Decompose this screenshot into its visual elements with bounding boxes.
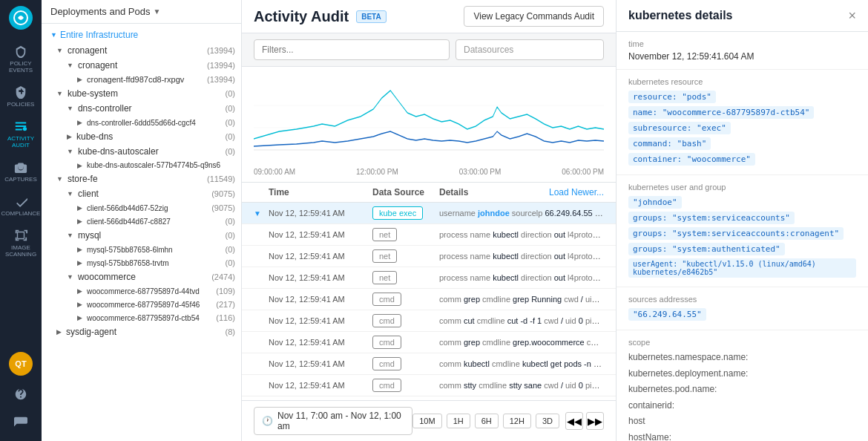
time-prev-btn[interactable]: ◀◀ <box>565 412 583 430</box>
tree-item-woo-pod-2[interactable]: ▶ woocommerce-687795897d-45f46 (217) <box>42 298 241 311</box>
row-details: comm stty cmdline stty sane cwd / uid 0 … <box>439 381 604 390</box>
tree-item-count: (11549) <box>207 174 235 183</box>
tree-item-woo-pod-1[interactable]: ▶ woocommerce-687795897d-44tvd (109) <box>42 284 241 298</box>
row-details: process name kubectl direction out l4pro… <box>439 252 604 261</box>
sidebar-item-captures[interactable]: CAPTURES <box>0 154 42 189</box>
sidebar-label-policy-events: POLICYEVENTS <box>9 60 33 74</box>
detail-label-user-group: kubernetes user and group <box>628 183 856 192</box>
table-row[interactable]: ▼ Nov 12, 12:59:41 AM kube exec username… <box>242 203 616 224</box>
row-details: process name kubectl direction out l4pro… <box>439 230 604 239</box>
tree-item-count: (0) <box>226 104 235 113</box>
sidebar-item-chat[interactable] <box>9 410 33 435</box>
tree-item-count: (0) <box>226 258 235 267</box>
chevron-right-icon: ▶ <box>77 162 82 169</box>
time-btn-3d[interactable]: 3D <box>536 414 559 428</box>
sidebar-label-compliance: COMPLIANCE <box>1 210 41 217</box>
table-row[interactable]: Nov 12, 12:59:41 AM cmd comm kubectl cmd… <box>242 353 616 375</box>
tree-item-woocommerce[interactable]: ▼ woocommerce (2474) <box>42 270 241 284</box>
legacy-commands-btn[interactable]: View Legacy Commands Audit <box>464 6 604 27</box>
time-range[interactable]: 🕐 Nov 11, 7:00 am - Nov 12, 1:00 am <box>254 407 412 435</box>
tree-item-cronagent[interactable]: ▼ cronagent (13994) <box>42 43 241 58</box>
time-btn-6h[interactable]: 6H <box>475 414 499 428</box>
sidebar-item-activity-audit[interactable]: ACTIVITYAUDIT <box>0 114 42 154</box>
tree-item-woo-pod-3[interactable]: ▶ woocommerce-687795897d-ctb54 (116) <box>42 311 241 324</box>
source-badge-cmd: cmd <box>372 357 401 370</box>
detail-tags-user-group: "johndoe" groups: "system:serviceaccount… <box>628 195 856 279</box>
tree-item-kube-dns[interactable]: ▶ kube-dns (0) <box>42 129 241 144</box>
table-row[interactable]: Nov 12, 12:59:41 AM cmd comm cut cmdline… <box>242 310 616 332</box>
row-time: Nov 12, 12:59:41 AM <box>269 273 372 282</box>
tree-item-dns-controller[interactable]: ▼ dns-controller (0) <box>42 101 241 116</box>
tree-item-cronagent-child[interactable]: ▼ cronagent (13994) <box>42 58 241 73</box>
deployments-dropdown[interactable]: Deployments and Pods ▼ <box>50 6 160 17</box>
row-source: net <box>372 249 439 263</box>
th-details: Details <box>439 187 549 197</box>
table-row[interactable]: Nov 12, 12:59:41 AM net process name kub… <box>242 267 616 289</box>
activity-chart <box>254 76 604 157</box>
tree-item-count: (9075) <box>211 203 235 212</box>
row-time: Nov 12, 12:59:41 AM <box>269 209 372 218</box>
filters-bar: Datasources <box>242 33 616 67</box>
tree-item-mysql-pod-2[interactable]: ▶ mysql-575bb87658-trvtm (0) <box>42 256 241 270</box>
close-btn[interactable]: × <box>848 9 856 22</box>
table-header: Time Data Source Details Load Newer... <box>242 183 616 203</box>
tree-item-dns-controller-pod[interactable]: ▶ dns-controller-6ddd55d66d-cgcf4 (0) <box>42 116 241 129</box>
table-row[interactable]: Nov 12, 12:59:41 AM cmd comm grep cmdlin… <box>242 332 616 353</box>
tree-item-client-pod-2[interactable]: ▶ client-566db44d67-c8827 (0) <box>42 215 241 228</box>
source-badge-cmd: cmd <box>372 336 401 349</box>
tree-item-kube-dns-autoscaler[interactable]: ▼ kube-dns-autoscaler (0) <box>42 144 241 159</box>
tree-item-mysql-pod-1[interactable]: ▶ mysql-575bb87658-6lmhn (0) <box>42 243 241 256</box>
tree-item-kube-system[interactable]: ▼ kube-system (0) <box>42 86 241 101</box>
beta-badge: BETA <box>356 10 386 23</box>
tree-item-client-pod-1[interactable]: ▶ client-566db44d67-52zig (9075) <box>42 201 241 215</box>
sidebar-item-policies[interactable]: POLICIES <box>0 79 42 114</box>
time-btn-1h[interactable]: 1H <box>447 414 470 428</box>
scope-hostname: hostName: <box>628 430 856 441</box>
chevron-down-icon: ▼ <box>56 175 63 183</box>
time-btn-12h[interactable]: 12H <box>503 414 531 428</box>
page-title-area: Activity Audit BETA <box>254 8 387 25</box>
detail-section-time: time November 12, 12:59:41.604 AM <box>617 32 868 70</box>
chevron-down-icon: ▼ <box>67 190 73 197</box>
datasources-select[interactable]: Datasources <box>456 39 604 60</box>
tree-item-label: kube-system <box>68 88 223 99</box>
tree-item-label: dns-controller <box>78 103 223 114</box>
detail-scope-values: kubernetes.namespace.name: kubernetes.de… <box>628 350 856 441</box>
table-row[interactable]: Nov 12, 12:59:41 AM net process name kub… <box>242 246 616 267</box>
filter-input[interactable] <box>254 39 450 60</box>
detail-section-sources: sources addresses "66.249.64.55" <box>617 287 868 330</box>
table-row[interactable]: Nov 12, 12:59:41 AM net process name kub… <box>242 224 616 246</box>
tree-body: ▼ Entire Infrastructure ▼ cronagent (139… <box>42 24 241 441</box>
tree-item-label: cronagent <box>68 45 204 56</box>
sidebar-item-qt[interactable]: QT <box>9 352 33 376</box>
time-btn-10m[interactable]: 10M <box>412 414 441 428</box>
tree-item-sysdig-agent[interactable]: ▶ sysdig-agent (8) <box>42 324 241 339</box>
tree-item-count: (217) <box>216 300 235 309</box>
tree-item-count: (0) <box>226 245 235 254</box>
details-body: time November 12, 12:59:41.604 AM kubern… <box>617 32 868 441</box>
tree-item-mysql[interactable]: ▼ mysql (0) <box>42 228 241 243</box>
useragent-tag: userAgent: "kubectl/v1.15.0 (linux/amd64… <box>628 258 856 278</box>
details-title: kubernetes details <box>628 9 733 22</box>
chevron-right-icon: ▶ <box>77 76 82 83</box>
tree-item-kube-dns-autoscaler-pod[interactable]: ▶ kube-dns-autoscaler-577b4774b5-q9ns6 <box>42 159 241 172</box>
sidebar-item-compliance[interactable]: COMPLIANCE <box>0 189 42 223</box>
time-bar: 🕐 Nov 11, 7:00 am - Nov 12, 1:00 am 10M … <box>242 400 616 441</box>
sidebar-item-policy-events[interactable]: POLICYEVENTS <box>0 39 42 79</box>
chevron-down-icon: ▼ <box>67 148 73 155</box>
sidebar-item-image-scanning[interactable]: IMAGESCANNING <box>0 223 42 264</box>
tree-item-label: client-566db44d67-52zig <box>87 204 208 212</box>
table-row[interactable]: Nov 12, 12:59:41 AM cmd comm stty cmdlin… <box>242 375 616 396</box>
chevron-right-icon: ▶ <box>77 301 82 308</box>
entire-infrastructure[interactable]: ▼ Entire Infrastructure <box>42 27 241 43</box>
tree-item-count: (0) <box>226 89 235 98</box>
tree-item-client[interactable]: ▼ client (9075) <box>42 186 241 201</box>
sidebar-item-help[interactable] <box>9 382 33 407</box>
tree-item-store-fe[interactable]: ▼ store-fe (11549) <box>42 172 241 186</box>
tree-item-cronagent-pod[interactable]: ▶ cronagent-ffd987cd8-rxpgv (13994) <box>42 73 241 86</box>
load-newer-btn[interactable]: Load Newer... <box>549 187 604 197</box>
time-next-btn[interactable]: ▶▶ <box>586 412 604 430</box>
table-row[interactable]: Nov 12, 12:59:41 AM cmd comm grep cmdlin… <box>242 289 616 310</box>
tree-item-count: (13994) <box>207 61 235 70</box>
row-source: cmd <box>372 357 439 370</box>
